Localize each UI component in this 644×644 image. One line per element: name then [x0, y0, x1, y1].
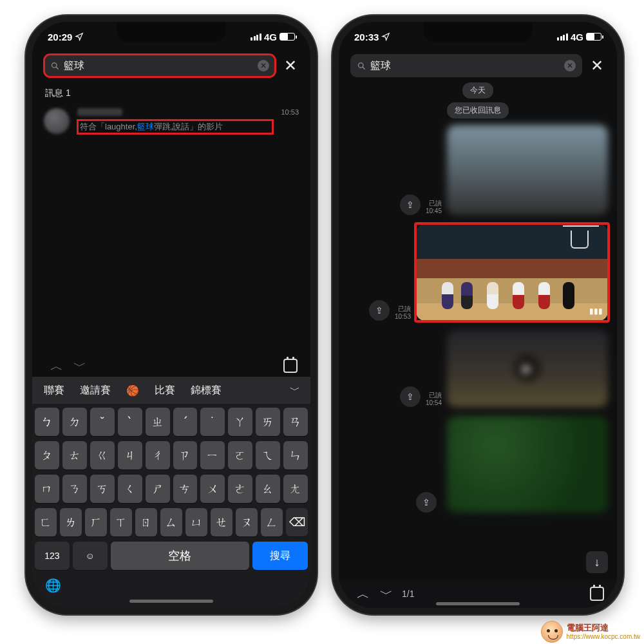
- chat-body[interactable]: 今天 您已收回訊息 ⇪ 已讀10:45 ⇪ 已讀10:53 ▮▮▮: [339, 79, 617, 580]
- key[interactable]: ㄕ: [146, 475, 170, 503]
- suggestion-item[interactable]: 邀請賽: [72, 384, 118, 397]
- key[interactable]: ˊ: [173, 408, 198, 436]
- calendar-icon[interactable]: [590, 587, 604, 601]
- search-row: ✕ ✕: [32, 52, 310, 84]
- key[interactable]: ㄋ: [62, 475, 87, 503]
- media-thumbnail[interactable]: ▶: [447, 330, 608, 407]
- key[interactable]: ㄏ: [85, 508, 107, 536]
- suggestion-item[interactable]: 錦標賽: [183, 384, 229, 397]
- key[interactable]: ㄗ: [173, 441, 198, 469]
- key-emoji[interactable]: ☺: [73, 542, 108, 570]
- svg-line-1: [56, 67, 58, 69]
- key[interactable]: ㄔ: [146, 441, 170, 469]
- message-row[interactable]: 符合「laughter,籃球彈跳,說話」的影片 10:53: [32, 103, 310, 139]
- clear-icon[interactable]: ✕: [564, 60, 576, 71]
- media-thumbnail[interactable]: [447, 416, 608, 513]
- suggestion-item[interactable]: 比賽: [147, 384, 183, 397]
- key[interactable]: ㄐ: [118, 441, 142, 469]
- share-icon[interactable]: ⇪: [416, 492, 437, 513]
- key[interactable]: ㄢ: [283, 408, 308, 436]
- search-input[interactable]: [64, 60, 254, 71]
- key[interactable]: ㄖ: [135, 508, 157, 536]
- key[interactable]: ㄅ: [35, 408, 59, 436]
- chevron-down-icon[interactable]: ﹀: [68, 357, 91, 375]
- key[interactable]: ㄑ: [118, 475, 142, 503]
- suggestion-item[interactable]: 聯賽: [36, 384, 72, 397]
- key[interactable]: ㄧ: [200, 441, 225, 469]
- globe-icon[interactable]: 🌐: [45, 578, 61, 593]
- svg-point-0: [52, 62, 57, 68]
- phone-right: 20:33 4G ✕ ✕ 今天 您已收回訊息 ⇪ 已讀10:45 ⇪: [332, 15, 623, 614]
- key[interactable]: ㄚ: [228, 408, 252, 436]
- chevron-up-icon[interactable]: ︿: [352, 585, 375, 603]
- signal-icon: [557, 33, 568, 41]
- key[interactable]: ㄍ: [90, 441, 115, 469]
- key[interactable]: ㄞ: [256, 408, 280, 436]
- key[interactable]: ㄩ: [185, 508, 207, 536]
- key[interactable]: ˙: [200, 408, 225, 436]
- key[interactable]: ㄜ: [228, 475, 252, 503]
- key[interactable]: ㄨ: [200, 475, 225, 503]
- message-bubble-highlighted[interactable]: ⇪ 已讀10:53 ▮▮▮: [339, 222, 617, 323]
- media-thumbnail-basketball[interactable]: ▮▮▮: [416, 224, 608, 321]
- key[interactable]: ㄉ: [62, 408, 87, 436]
- section-title: 訊息 1: [32, 84, 310, 103]
- key[interactable]: ˇ: [90, 408, 115, 436]
- calendar-icon[interactable]: [283, 359, 298, 373]
- key[interactable]: ㄊ: [62, 441, 87, 469]
- key[interactable]: ㄇ: [35, 475, 59, 503]
- chevron-up-icon[interactable]: ︿: [45, 357, 68, 375]
- key[interactable]: ㄎ: [90, 475, 115, 503]
- key-space[interactable]: 空格: [111, 542, 249, 570]
- key[interactable]: ㄛ: [228, 441, 252, 469]
- signal-icon: [251, 33, 261, 41]
- message-snippet: 符合「laughter,籃球彈跳,說話」的影片: [77, 120, 273, 134]
- close-button[interactable]: ✕: [589, 57, 605, 75]
- key-delete[interactable]: ⌫: [286, 508, 308, 536]
- scroll-to-bottom-button[interactable]: ↓: [586, 551, 608, 573]
- search-input[interactable]: [370, 60, 560, 71]
- key[interactable]: ㄈ: [35, 508, 57, 536]
- status-time: 20:33: [354, 32, 379, 43]
- watermark-logo: [541, 621, 563, 643]
- key[interactable]: ㄠ: [256, 475, 280, 503]
- key-search[interactable]: 搜尋: [252, 542, 308, 570]
- date-pill: 今天: [462, 82, 493, 99]
- share-icon[interactable]: ⇪: [400, 386, 421, 407]
- share-icon[interactable]: ⇪: [400, 194, 421, 215]
- key[interactable]: ㄟ: [256, 441, 280, 469]
- avatar: [44, 108, 70, 134]
- expand-suggestions-icon[interactable]: ﹀: [283, 384, 307, 397]
- share-icon[interactable]: ⇪: [369, 300, 390, 321]
- close-button[interactable]: ✕: [282, 57, 299, 75]
- volume-icon: ▮▮▮: [589, 307, 603, 316]
- key[interactable]: ㄓ: [146, 408, 170, 436]
- message-bubble[interactable]: ⇪: [339, 413, 617, 515]
- search-field[interactable]: ✕: [44, 54, 276, 77]
- search-icon: [50, 61, 60, 71]
- media-thumbnail[interactable]: [447, 125, 608, 215]
- key-123[interactable]: 123: [35, 542, 70, 570]
- key[interactable]: ㄒ: [110, 508, 132, 536]
- message-bubble[interactable]: ⇪ 已讀10:45: [339, 122, 617, 218]
- phone-left: 20:29 4G ✕ ✕ 訊息 1 符合「laughter,籃球彈跳,說話」的影…: [26, 15, 317, 614]
- key[interactable]: ㄡ: [236, 508, 258, 536]
- chevron-down-icon[interactable]: ﹀: [375, 585, 398, 603]
- watermark-title: 電腦王阿達: [567, 623, 640, 632]
- key[interactable]: ㄘ: [173, 475, 198, 503]
- battery-icon: [279, 33, 295, 41]
- key[interactable]: ㄥ: [261, 508, 283, 536]
- key[interactable]: ˋ: [118, 408, 142, 436]
- key[interactable]: ㄤ: [283, 475, 308, 503]
- message-time: 10:53: [281, 108, 299, 116]
- suggestion-item[interactable]: 🏀: [118, 384, 147, 397]
- key[interactable]: ㄙ: [160, 508, 182, 536]
- key[interactable]: ㄆ: [35, 441, 59, 469]
- key[interactable]: ㄝ: [211, 508, 232, 536]
- key[interactable]: ㄣ: [283, 441, 308, 469]
- key[interactable]: ㄌ: [60, 508, 82, 536]
- search-field[interactable]: ✕: [350, 54, 582, 77]
- clear-icon[interactable]: ✕: [258, 60, 269, 71]
- message-bubble[interactable]: ⇪ 已讀10:54 ▶: [339, 327, 617, 410]
- play-icon[interactable]: ▶: [513, 354, 542, 383]
